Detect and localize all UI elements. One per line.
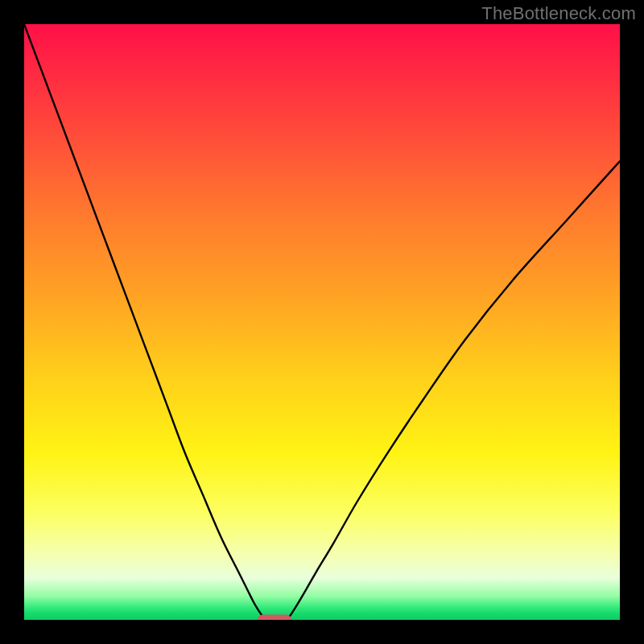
watermark-text: TheBottleneck.com bbox=[481, 3, 636, 24]
curve-right-branch bbox=[287, 161, 620, 620]
minimum-marker bbox=[258, 615, 291, 621]
bottleneck-curve bbox=[24, 24, 620, 620]
plot-area bbox=[24, 24, 620, 620]
curve-left-branch bbox=[24, 24, 266, 620]
chart-frame: TheBottleneck.com bbox=[0, 0, 644, 644]
